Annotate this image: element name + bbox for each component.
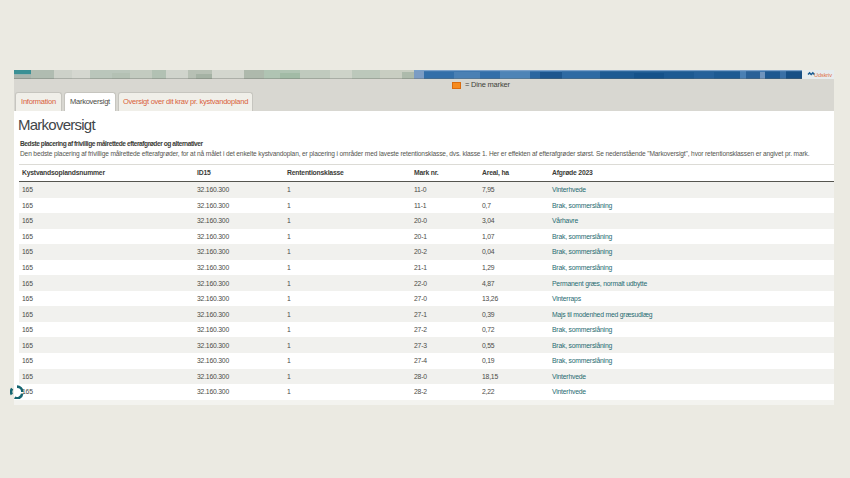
svg-text:Udskriv: Udskriv xyxy=(814,72,832,78)
